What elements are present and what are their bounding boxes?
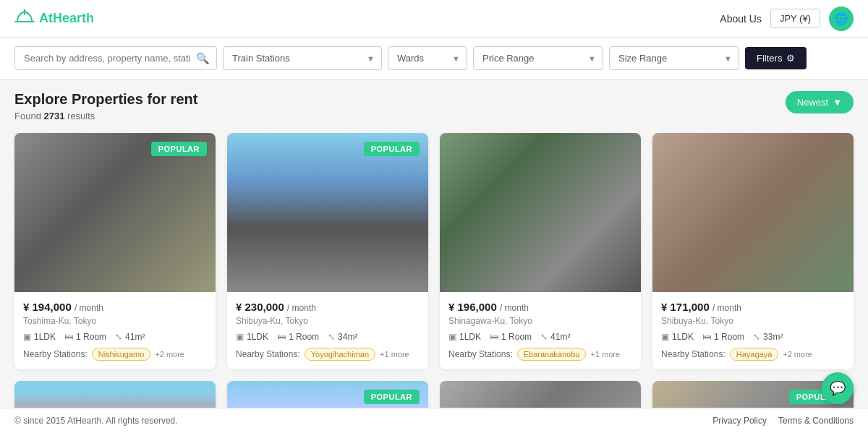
- layout-value: 1LDK: [672, 332, 694, 342]
- logo-icon: [14, 9, 35, 29]
- search-input[interactable]: [14, 46, 217, 70]
- globe-icon: 🌐: [834, 12, 848, 25]
- property-card[interactable]: POPULAR ¥ 194,000 / month Toshima-Ku, To…: [14, 133, 216, 369]
- price-period: / month: [712, 303, 741, 313]
- search-button[interactable]: 🔍: [196, 52, 210, 65]
- logo-text: AtHearth: [39, 11, 94, 26]
- floating-action-button[interactable]: 💬: [822, 372, 854, 404]
- layout-value: 1LDK: [459, 332, 481, 342]
- layout-icon: ▣: [448, 332, 456, 342]
- layout-value: 1LDK: [34, 332, 56, 342]
- price-dropdown[interactable]: Price Range: [473, 46, 603, 70]
- rooms-detail: 🛏 1 Room: [64, 332, 106, 342]
- wards-dropdown[interactable]: Wards: [388, 46, 467, 70]
- property-card[interactable]: ¥ 171,000 / month Shibuya-Ku, Tokyo ▣ 1L…: [652, 133, 854, 369]
- more-stations: +1 more: [590, 350, 620, 359]
- station-tag: Yoyogihachiman: [305, 348, 375, 361]
- results-header: Explore Properties for rent Found 2731 r…: [14, 91, 854, 121]
- property-card[interactable]: POPULAR ¥ 230,000 / month Shibuya-Ku, To…: [227, 133, 428, 369]
- globe-button[interactable]: 🌐: [829, 7, 854, 31]
- size-dropdown[interactable]: Size Range: [609, 46, 739, 70]
- more-stations: +1 more: [380, 350, 409, 359]
- svg-point-0: [24, 9, 26, 11]
- search-input-wrapper: 🔍: [14, 46, 217, 70]
- rooms-icon: 🛏: [490, 332, 498, 342]
- size-value: 34m²: [338, 332, 357, 342]
- card-stations: Nearby Stations: Ebaranakanobu+1 more: [448, 348, 632, 361]
- property-card[interactable]: ¥ 196,000 / month Shinagawa-Ku, Tokyo ▣ …: [440, 133, 641, 369]
- size-value: 41m²: [125, 332, 145, 342]
- footer: © since 2015 AtHearth. All rights reserv…: [0, 408, 868, 433]
- filters-button[interactable]: Filters ⚙: [745, 47, 807, 69]
- card-price: ¥ 194,000 / month: [23, 301, 207, 313]
- nearby-label: Nearby Stations:: [661, 349, 726, 359]
- card-details: ▣ 1LDK 🛏 1 Room ⤡ 41m²: [448, 332, 632, 342]
- filters-icon: ⚙: [786, 53, 795, 64]
- rooms-detail: 🛏 1 Room: [702, 332, 744, 342]
- popular-badge: POPULAR: [364, 142, 420, 156]
- card-body: ¥ 194,000 / month Toshima-Ku, Tokyo ▣ 1L…: [14, 292, 216, 369]
- results-count: Found 2731 results: [14, 111, 197, 121]
- card-location: Toshima-Ku, Tokyo: [23, 316, 207, 326]
- terms-link[interactable]: Terms & Conditions: [778, 416, 854, 426]
- rooms-icon: 🛏: [702, 332, 711, 342]
- price-dropdown-wrapper: Price Range ▼: [473, 46, 603, 70]
- rooms-icon: 🛏: [64, 332, 73, 342]
- popular-badge: POPULAR: [364, 390, 420, 404]
- search-bar: 🔍 Train Stations ▼ Wards ▼ Price Range ▼…: [0, 38, 868, 80]
- card-price: ¥ 171,000 / month: [661, 301, 845, 313]
- sort-button[interactable]: Newest ▼: [786, 91, 854, 113]
- price-period: / month: [500, 303, 529, 313]
- results-info: Explore Properties for rent Found 2731 r…: [14, 91, 197, 121]
- station-tag: Ebaranakanobu: [517, 348, 587, 361]
- size-icon: ⤡: [540, 332, 548, 342]
- currency-button[interactable]: JPY (¥): [770, 9, 820, 28]
- layout-icon: ▣: [23, 332, 31, 342]
- card-image: POPULAR: [227, 133, 428, 292]
- layout-detail: ▣ 1LDK: [661, 332, 694, 342]
- rooms-detail: 🛏 1 Room: [277, 332, 319, 342]
- wards-dropdown-wrapper: Wards ▼: [388, 46, 467, 70]
- card-details: ▣ 1LDK 🛏 1 Room ⤡ 41m²: [23, 332, 207, 342]
- size-icon: ⤡: [115, 332, 122, 342]
- stations-dropdown[interactable]: Train Stations: [223, 46, 382, 70]
- card-stations: Nearby Stations: Yoyogihachiman+1 more: [236, 348, 420, 361]
- property-grid: POPULAR ¥ 194,000 / month Toshima-Ku, To…: [14, 133, 854, 433]
- about-link[interactable]: About Us: [720, 13, 762, 25]
- size-icon: ⤡: [753, 332, 760, 342]
- rooms-value: 1 Room: [714, 332, 744, 342]
- more-stations: +2 more: [783, 350, 812, 359]
- floating-icon: 💬: [830, 380, 846, 396]
- search-icon: 🔍: [196, 52, 210, 64]
- size-detail: ⤡ 33m²: [753, 332, 783, 342]
- rooms-value: 1 Room: [289, 332, 319, 342]
- logo[interactable]: AtHearth: [14, 9, 94, 29]
- stations-dropdown-wrapper: Train Stations ▼: [223, 46, 382, 70]
- card-body: ¥ 171,000 / month Shibuya-Ku, Tokyo ▣ 1L…: [652, 292, 854, 369]
- privacy-link[interactable]: Privacy Policy: [712, 416, 767, 426]
- price-period: / month: [75, 303, 103, 313]
- price-period: / month: [287, 303, 316, 313]
- card-details: ▣ 1LDK 🛏 1 Room ⤡ 34m²: [236, 332, 420, 342]
- header-right: About Us JPY (¥) 🌐: [720, 7, 854, 31]
- rooms-value: 1 Room: [501, 332, 532, 342]
- card-image: [440, 133, 641, 292]
- layout-detail: ▣ 1LDK: [23, 332, 56, 342]
- rooms-value: 1 Room: [76, 332, 106, 342]
- station-tag: Nishisugamo: [92, 348, 151, 361]
- size-detail: ⤡ 34m²: [328, 332, 357, 342]
- card-body: ¥ 196,000 / month Shinagawa-Ku, Tokyo ▣ …: [440, 292, 641, 369]
- card-stations: Nearby Stations: Hayagaya+2 more: [661, 348, 845, 361]
- filters-label: Filters: [757, 53, 782, 64]
- popular-badge: POPULAR: [151, 142, 207, 156]
- card-price: ¥ 230,000 / month: [236, 301, 420, 313]
- card-image: [652, 133, 854, 292]
- size-detail: ⤡ 41m²: [540, 332, 570, 342]
- main-content: Explore Properties for rent Found 2731 r…: [0, 80, 868, 433]
- layout-icon: ▣: [236, 332, 244, 342]
- card-stations: Nearby Stations: Nishisugamo+2 more: [23, 348, 207, 361]
- card-location: Shibuya-Ku, Tokyo: [236, 316, 420, 326]
- sort-label: Newest: [797, 97, 828, 108]
- station-tag: Hayagaya: [730, 348, 779, 361]
- size-dropdown-wrapper: Size Range ▼: [609, 46, 739, 70]
